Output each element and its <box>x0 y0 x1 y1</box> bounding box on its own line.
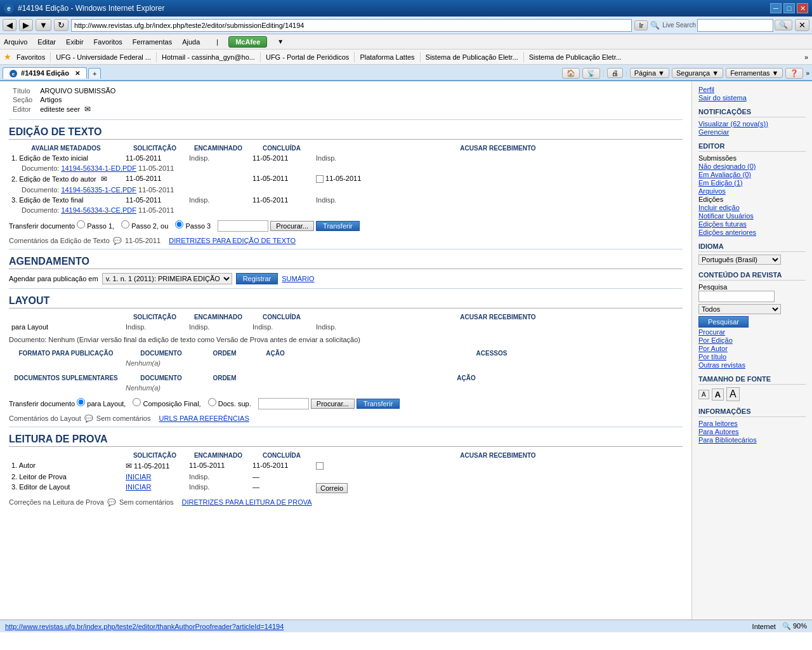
layout-docs-radio-label[interactable]: Docs. sup. <box>208 400 253 408</box>
menu-arquivo[interactable]: Arquivo <box>4 38 27 46</box>
procurar-link[interactable]: Procurar <box>698 328 806 336</box>
profile-link[interactable]: Perfil <box>698 86 806 93</box>
em-avaliacao-link[interactable]: Em Avaliação (0) <box>698 171 806 178</box>
lp-row3-iniciar[interactable]: INICIAR <box>126 483 151 491</box>
em-edicao-link[interactable]: Em Edição (1) <box>698 179 806 187</box>
et-doc3-link[interactable]: 14194-56334-3-CE.PDF <box>61 206 136 214</box>
toolbar-extra[interactable]: » <box>806 70 809 77</box>
favorites-item-5[interactable]: Sistema de Publicação Eletr... <box>529 53 622 61</box>
lp-row1-checkbox[interactable] <box>316 462 324 470</box>
toolbar-help-button[interactable]: ❓ <box>785 68 803 79</box>
favorites-item-4[interactable]: Sistema de Publicação Eletr... <box>426 53 518 61</box>
visualizar-link[interactable]: Visualizar (62 nova(s)) <box>698 120 806 128</box>
et-passo3-radio-label[interactable]: Passo 3 <box>175 222 213 230</box>
pesquisar-button[interactable]: Pesquisar <box>698 316 749 328</box>
sumario-link[interactable]: SUMÁRIO <box>282 275 314 282</box>
pesquisa-input[interactable] <box>698 291 775 302</box>
toolbar-home-button[interactable]: 🏠 <box>562 68 580 79</box>
font-medium-button[interactable]: A <box>712 388 724 401</box>
toolbar-seguranca-button[interactable]: Segurança ▼ <box>672 68 723 78</box>
lp-diretrizes-link[interactable]: DIRETRIZES PARA LEITURA DE PROVA <box>182 498 312 506</box>
favorites-item-2[interactable]: UFG - Portal de Periódicos <box>266 53 349 61</box>
lp-row2-iniciar[interactable]: INICIAR <box>126 473 151 481</box>
active-tab[interactable]: e #14194 Edição ✕ <box>3 67 87 79</box>
et-transferir-button[interactable]: Transferir <box>316 221 360 231</box>
notificar-link[interactable]: Notificar Usuários <box>698 212 806 220</box>
live-search-go-button[interactable]: 🔍 <box>775 20 792 30</box>
et-passo1-radio[interactable] <box>77 220 85 229</box>
incluir-edicao-link[interactable]: Incluir edição <box>698 204 806 211</box>
et-passo2-radio-label[interactable]: Passo 2, ou <box>121 222 170 230</box>
dropdown-button[interactable]: ▼ <box>36 19 51 31</box>
por-titulo-link[interactable]: Por título <box>698 353 806 361</box>
live-search-input[interactable] <box>697 19 773 32</box>
layout-docs-radio[interactable] <box>208 398 216 406</box>
font-small-button[interactable]: A <box>698 390 709 399</box>
para-leitores-link[interactable]: Para leitores <box>698 420 806 427</box>
close-button[interactable]: ✕ <box>797 3 808 13</box>
menu-favoritos[interactable]: Favoritos <box>94 38 122 46</box>
layout-comp-radio[interactable] <box>133 398 141 406</box>
por-autor-link[interactable]: Por Autor <box>698 345 806 352</box>
idioma-select[interactable]: Português (Brasil) English Español <box>698 255 781 265</box>
layout-file-input[interactable] <box>258 398 309 409</box>
menu-ajuda[interactable]: Ajuda <box>182 38 200 46</box>
arquivos-link[interactable]: Arquivos <box>698 187 806 195</box>
font-large-button[interactable]: A <box>726 387 740 401</box>
address-input[interactable] <box>71 19 632 32</box>
mcafee-dropdown[interactable]: ▼ <box>277 38 284 45</box>
titulo-label: Título <box>9 86 36 95</box>
tab-close-icon[interactable]: ✕ <box>75 70 80 77</box>
lp-row3-correio-button[interactable]: Correio <box>316 483 348 493</box>
maximize-button[interactable]: □ <box>783 3 795 13</box>
mcafee-button[interactable]: McAfee <box>228 36 267 48</box>
edicoes-futuras-link[interactable]: Edições futuras <box>698 220 806 228</box>
favorites-item-0[interactable]: UFG - Universidade Federal ... <box>56 53 151 61</box>
header-info: Título ARQUIVO SUBMISSÃO Seção Artigos E… <box>9 86 683 114</box>
et-row2-checkbox[interactable] <box>316 175 324 183</box>
agendamento-select[interactable]: v. 1. n. 1 (2011): PRIMEIRA EDIÇÃO <box>102 273 232 284</box>
para-autores-link[interactable]: Para Autores <box>698 428 806 435</box>
layout-para-radio[interactable] <box>77 398 85 406</box>
nao-designado-link[interactable]: Não designado (0) <box>698 162 806 170</box>
favorites-item-1[interactable]: Hotmail - cassinha_gyn@ho... <box>162 53 255 61</box>
et-doc1-link[interactable]: 14194-56334-1-ED.PDF <box>61 164 136 172</box>
gerenciar-link[interactable]: Gerenciar <box>698 128 806 136</box>
toolbar-rss-button[interactable]: 📡 <box>582 68 600 79</box>
et-passo2-radio[interactable] <box>121 220 129 229</box>
go-button[interactable]: Ir <box>634 20 648 30</box>
logout-link[interactable]: Sair do sistema <box>698 94 806 102</box>
urls-link[interactable]: URLS PARA REFERÊNCIAS <box>159 415 249 422</box>
et-file-input[interactable] <box>218 220 268 232</box>
toolbar-page-button[interactable]: Página ▼ <box>630 68 669 78</box>
back-button[interactable]: ◀ <box>3 19 16 31</box>
new-tab-button[interactable]: + <box>88 68 101 79</box>
toolbar-ferramentas-button[interactable]: Ferramentas ▼ <box>726 68 783 78</box>
forward-button[interactable]: ▶ <box>19 19 33 31</box>
menu-exibir[interactable]: Exibir <box>66 38 84 46</box>
layout-transferir-button[interactable]: Transferir <box>357 399 400 409</box>
toolbar-print-button[interactable]: 🖨 <box>607 68 623 78</box>
et-procurar-button[interactable]: Procurar... <box>270 221 314 231</box>
todos-select[interactable]: Todos <box>698 304 781 314</box>
layout-comp-radio-label[interactable]: Composição Final, <box>133 400 202 408</box>
por-edicao-link[interactable]: Por Edição <box>698 336 806 344</box>
layout-procurar-button[interactable]: Procurar... <box>311 399 355 409</box>
et-passo3-radio[interactable] <box>175 220 183 229</box>
fav-extra[interactable]: » <box>804 53 808 61</box>
et-diretrizes-link[interactable]: DIRETRIZES PARA EDIÇÃO DE TEXTO <box>169 237 296 244</box>
menu-ferramentas[interactable]: Ferramentas <box>133 38 172 46</box>
close-tab-button[interactable]: ✕ <box>795 19 809 31</box>
et-doc2-link[interactable]: 14194-56335-1-CE.PDF <box>61 186 136 194</box>
et-passo1-radio-label[interactable]: Passo 1, <box>77 222 116 230</box>
outras-revistas-link[interactable]: Outras revistas <box>698 361 806 369</box>
edicoes-anteriores-link[interactable]: Edições anteriores <box>698 229 806 236</box>
minimize-button[interactable]: ─ <box>770 3 782 13</box>
menu-editar[interactable]: Editar <box>37 38 56 46</box>
layout-para-radio-label[interactable]: para Layout, <box>77 400 128 408</box>
refresh-button[interactable]: ↻ <box>54 19 69 31</box>
window-controls[interactable]: ─ □ ✕ <box>770 3 808 13</box>
para-bibliotecarios-link[interactable]: Para Bibliotecários <box>698 436 806 444</box>
registrar-button[interactable]: Registrar <box>236 273 278 284</box>
favorites-item-3[interactable]: Plataforma Lattes <box>360 53 414 61</box>
